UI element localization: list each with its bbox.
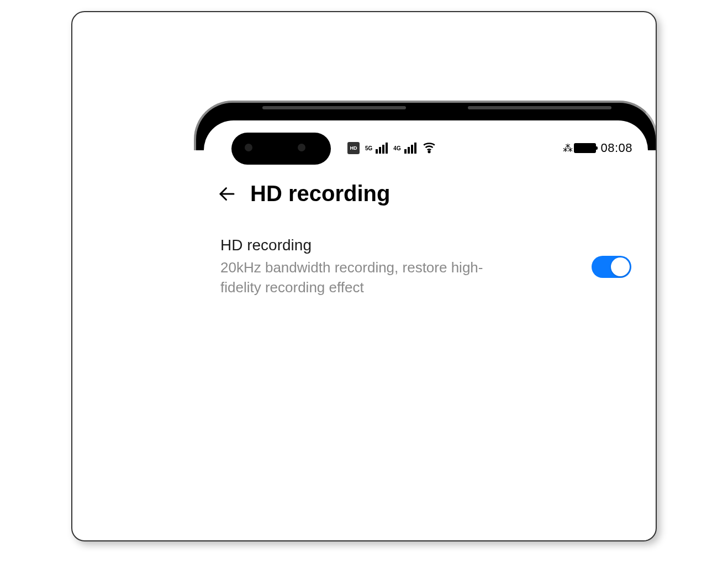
power-button: [656, 432, 657, 504]
status-bar: HD 5G 4G: [204, 136, 648, 160]
setting-title: HD recording: [220, 236, 581, 254]
arrow-left-icon: [217, 184, 237, 204]
page-title: HD recording: [250, 181, 390, 206]
network-type-label-1: 5G: [365, 145, 372, 151]
phone-screen: HD 5G 4G: [204, 120, 648, 541]
setting-description: 20kHz bandwidth recording, restore high-…: [220, 257, 508, 298]
page-header: HD recording: [217, 181, 635, 206]
screenshot-frame: HD 5G 4G: [71, 11, 657, 541]
back-button[interactable]: [217, 184, 237, 204]
signal-bars-icon-2: [404, 143, 416, 154]
status-right: ⁂ 08:08: [563, 141, 632, 155]
battery-icon: [574, 143, 596, 153]
svg-point-0: [428, 151, 430, 152]
status-time: 08:08: [600, 141, 632, 155]
hd-badge-icon: HD: [347, 142, 360, 154]
hd-recording-toggle[interactable]: [592, 256, 631, 278]
signal-bars-icon-1: [376, 143, 388, 154]
phone-mockup: HD 5G 4G: [194, 101, 657, 541]
bluetooth-icon: ⁂: [563, 142, 573, 154]
volume-button: [656, 322, 657, 404]
hd-recording-setting-row: HD recording 20kHz bandwidth recording, …: [220, 236, 631, 298]
bluetooth-battery-group: ⁂: [563, 142, 596, 154]
network-type-label-2: 4G: [393, 145, 400, 151]
wifi-icon: [422, 140, 436, 156]
status-left: HD 5G 4G: [347, 140, 436, 156]
setting-text-block: HD recording 20kHz bandwidth recording, …: [220, 236, 581, 298]
